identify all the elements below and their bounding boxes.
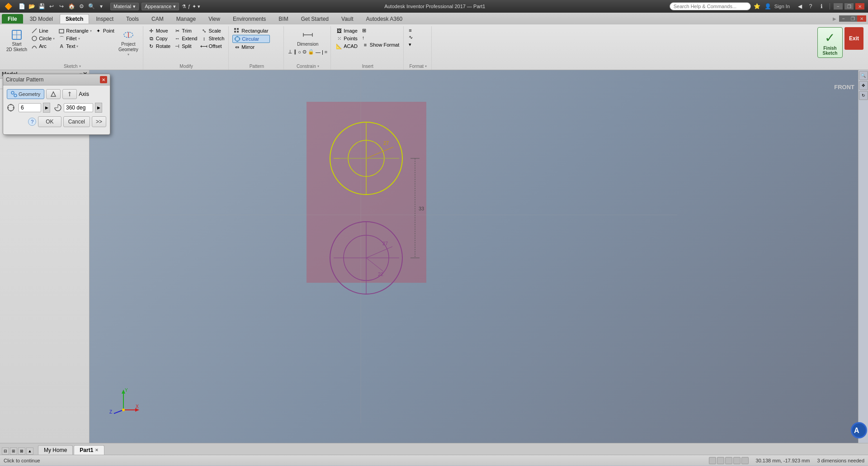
format-btn2[interactable]: ∿ — [407, 34, 414, 41]
format-group-arrow[interactable]: ▾ — [425, 64, 427, 68]
statusbar-icon3[interactable] — [725, 457, 732, 464]
ribbon-max-btn[interactable]: ❐ — [848, 15, 857, 22]
zoom-btn[interactable]: 🔍 — [859, 71, 868, 80]
tab-cam[interactable]: CAM — [146, 14, 170, 24]
tab-part1-close[interactable]: ✕ — [95, 448, 99, 452]
insert-icon1-btn[interactable]: ⊞ — [361, 27, 401, 34]
angle-input[interactable]: 360 deg — [64, 103, 93, 112]
dialog-ok-btn[interactable]: OK — [38, 116, 61, 127]
offset-btn[interactable]: ⟻ Offset — [199, 43, 226, 50]
circle-btn[interactable]: Circle ▾ — [30, 35, 56, 42]
redo-btn[interactable]: ↪ — [57, 2, 66, 11]
search-small-icon[interactable]: 🔍 — [87, 2, 96, 11]
constrain-coincident-btn[interactable]: ⊙ — [302, 48, 307, 55]
fillet-btn[interactable]: ⌒ Fillet ▾ — [57, 35, 93, 42]
dialog-more-btn[interactable]: >> — [92, 116, 106, 127]
tab-environments[interactable]: Environments — [227, 14, 272, 24]
move-btn[interactable]: ✛ Move — [147, 27, 172, 34]
constrain-equal-btn[interactable]: = — [324, 48, 328, 55]
constrain-group-arrow[interactable]: ▾ — [317, 64, 319, 68]
tab-file[interactable]: File — [2, 14, 23, 24]
star-icon[interactable]: ⭐ — [753, 2, 762, 11]
dialog-cancel-btn[interactable]: Cancel — [63, 116, 90, 127]
rotate-btn[interactable]: ↻ Rotate — [147, 43, 172, 50]
ribbon-min-btn[interactable]: − — [839, 15, 848, 22]
ribbon-video-icon[interactable]: ▶ — [830, 14, 839, 23]
tab-layout-btn1[interactable]: ⊟ — [2, 447, 9, 455]
extend-btn[interactable]: ↔ Extend — [173, 35, 198, 42]
constrain-horizontal-btn[interactable]: — — [315, 48, 321, 55]
help-icon[interactable]: ? — [806, 2, 815, 11]
project-geometry-btn[interactable]: ProjectGeometry ▾ — [117, 27, 140, 57]
text-dropdown-arrow[interactable]: ▾ — [76, 44, 78, 48]
arc-btn[interactable]: Arc — [30, 43, 56, 50]
material-dropdown[interactable]: Material ▾ — [110, 3, 139, 10]
tab-layout-btn2[interactable]: ⊞ — [10, 447, 17, 455]
start-2d-sketch-btn[interactable]: Start2D Sketch — [5, 27, 29, 53]
minimize-btn[interactable]: − — [834, 3, 843, 10]
dialog-geometry-btn[interactable]: Geometry — [7, 89, 44, 99]
undo-btn[interactable]: ↩ — [47, 2, 56, 11]
format-dropdown-btn[interactable]: ▾ — [407, 41, 414, 48]
show-format-btn[interactable]: ≡ Show Format — [361, 41, 401, 48]
constrain-lock-btn[interactable]: 🔒 — [307, 48, 315, 55]
dialog-help-btn[interactable]: ? — [28, 118, 36, 126]
sign-in-link[interactable]: Sign In — [774, 4, 790, 9]
circle-dropdown-arrow[interactable]: ▾ — [53, 37, 55, 41]
stretch-btn[interactable]: ↕ Stretch — [199, 35, 226, 42]
acad-btn[interactable]: 📐 ACAD — [335, 43, 359, 50]
tab-sketch[interactable]: Sketch — [60, 14, 89, 24]
tab-tools[interactable]: Tools — [120, 14, 145, 24]
tab-layout-btn3[interactable]: ⊠ — [18, 447, 25, 455]
trim-btn[interactable]: ✂ Trim — [173, 27, 198, 34]
tab-3dmodel[interactable]: 3D Model — [24, 14, 59, 24]
exit-btn[interactable]: Exit — [844, 27, 863, 50]
home-btn[interactable]: 🏠 — [67, 2, 76, 11]
open-btn[interactable]: 📂 — [27, 2, 36, 11]
autodesk-icon[interactable]: A — [851, 422, 867, 438]
points-btn[interactable]: ⁙ Points — [335, 35, 359, 42]
tab-getstarted[interactable]: Get Started — [295, 14, 335, 24]
new-btn[interactable]: 📄 — [17, 2, 26, 11]
split-btn[interactable]: ⊣ Split — [173, 43, 198, 50]
user-icon[interactable]: 👤 — [764, 2, 773, 11]
close-btn[interactable]: ✕ — [855, 3, 864, 10]
sketch-group-arrow[interactable]: ▾ — [79, 64, 81, 68]
dimension-btn[interactable]: Dimension — [288, 27, 328, 48]
tab-manage[interactable]: Manage — [170, 14, 202, 24]
circular-pattern-btn[interactable]: Circular — [232, 35, 269, 43]
canvas-area[interactable]: 27 27 22 33 FRONT — [90, 70, 868, 443]
statusbar-icon5[interactable] — [741, 457, 749, 464]
rectangular-pattern-btn[interactable]: Rectangular — [232, 27, 269, 34]
tab-view[interactable]: View — [203, 14, 226, 24]
rectangle-btn[interactable]: Rectangle ▾ — [57, 27, 93, 34]
count-arrow-btn[interactable]: ▶ — [43, 103, 50, 113]
constrain-parallel-btn[interactable]: ∥ — [293, 48, 297, 55]
project-geometry-arrow[interactable]: ▾ — [127, 52, 129, 57]
constrain-vertical-btn[interactable]: | — [321, 48, 324, 55]
statusbar-icon4[interactable] — [733, 457, 741, 464]
save-btn[interactable]: 💾 — [37, 2, 46, 11]
restore-btn[interactable]: ❐ — [844, 3, 854, 10]
tab-part1[interactable]: Part1 ✕ — [74, 445, 104, 455]
appearance-dropdown[interactable]: Appearance ▾ — [142, 3, 179, 10]
tab-vault[interactable]: Vault — [335, 14, 359, 24]
image-btn[interactable]: 🖼 Image — [335, 27, 359, 34]
scale-btn[interactable]: ⤡ Scale — [199, 27, 226, 34]
dialog-axis-select-btn[interactable] — [46, 89, 61, 99]
text-btn[interactable]: A Text ▾ — [57, 43, 93, 50]
arrow-left-icon[interactable]: ◀ — [795, 2, 804, 11]
orbit-btn[interactable]: ↻ — [859, 91, 868, 100]
info-icon[interactable]: ℹ — [817, 2, 826, 11]
tab-inspect[interactable]: Inspect — [90, 14, 119, 24]
settings-icon[interactable]: ⚙ — [77, 2, 86, 11]
constrain-perpendicular-btn[interactable]: ⊥ — [288, 48, 293, 55]
point-btn[interactable]: ✦ Point — [94, 27, 116, 34]
dialog-axis-btn[interactable] — [62, 89, 77, 99]
constrain-tangent-btn[interactable]: ○ — [297, 48, 302, 55]
statusbar-icon2[interactable] — [717, 457, 724, 464]
tab-bim[interactable]: BIM — [273, 14, 294, 24]
dialog-close-btn[interactable]: ✕ — [100, 76, 107, 83]
tab-my-home[interactable]: My Home — [38, 445, 73, 455]
search-input[interactable] — [670, 2, 751, 10]
